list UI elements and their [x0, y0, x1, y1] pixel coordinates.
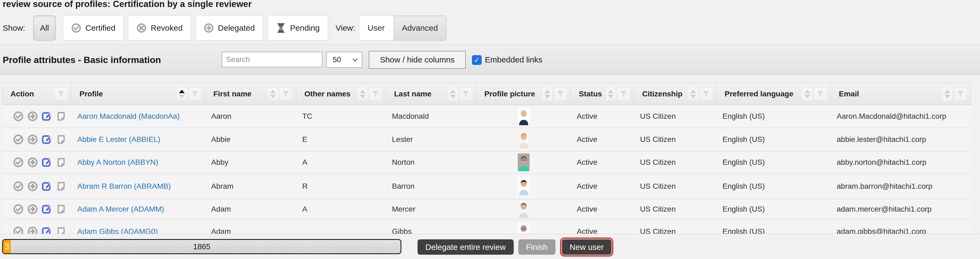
column-header-profile-picture[interactable]: Profile picture	[476, 83, 571, 105]
sort-toggle-icon[interactable]	[448, 87, 458, 100]
edit-icon[interactable]	[41, 111, 52, 122]
column-header-profile[interactable]: Profile	[72, 83, 205, 105]
filter-funnel-icon[interactable]	[189, 88, 201, 100]
certify-icon[interactable]	[13, 181, 24, 192]
citizenship-cell: US Citizen	[634, 151, 716, 173]
avatar	[518, 154, 530, 171]
note-icon[interactable]	[56, 157, 67, 168]
profile-link[interactable]: Adam A Mercer (ADAMM)	[77, 205, 164, 213]
filter-funnel-icon[interactable]	[815, 88, 826, 100]
certify-icon[interactable]	[13, 204, 24, 215]
filter-funnel-icon[interactable]	[369, 88, 382, 100]
embedded-links-checkbox[interactable]	[472, 55, 482, 65]
filter-funnel-icon[interactable]	[618, 88, 630, 100]
column-label: Preferred language	[725, 90, 793, 98]
filter-certified-button[interactable]: Certified	[63, 15, 124, 41]
column-header-other-names[interactable]: Other names	[296, 83, 386, 105]
note-icon[interactable]	[56, 181, 67, 192]
delegate-icon[interactable]	[27, 111, 38, 122]
column-header-first-name[interactable]: First name	[205, 83, 296, 105]
sort-toggle-icon[interactable]	[177, 87, 187, 100]
certify-icon[interactable]	[13, 134, 24, 145]
column-label: Profile picture	[484, 90, 535, 98]
column-header-action[interactable]: Action	[2, 83, 72, 105]
sort-toggle-icon[interactable]	[268, 87, 278, 100]
filter-all-button[interactable]: All	[33, 15, 56, 41]
show-hide-columns-button[interactable]: Show / hide columns	[369, 51, 466, 69]
profile-link[interactable]: Abby A Norton (ABBYN)	[77, 158, 158, 167]
filter-funnel-icon[interactable]	[700, 88, 712, 100]
language-value: English (US)	[722, 205, 765, 213]
note-icon[interactable]	[56, 134, 67, 145]
filter-revoked-button[interactable]: Revoked	[128, 15, 191, 41]
sort-toggle-icon[interactable]	[358, 87, 368, 100]
citizenship-cell: US Citizen	[634, 105, 716, 128]
certify-icon[interactable]	[13, 111, 24, 122]
progress-done-segment: 3	[3, 240, 11, 253]
show-label: Show:	[3, 24, 25, 33]
filter-bar: Show: AllCertifiedRevokedDelegatedPendin…	[0, 13, 447, 43]
first-value: Abby	[211, 158, 228, 167]
edit-icon[interactable]	[41, 134, 52, 145]
column-header-last-name[interactable]: Last name	[386, 83, 476, 105]
delegate-icon[interactable]	[27, 157, 38, 168]
sort-toggle-icon[interactable]	[943, 87, 952, 100]
finish-button[interactable]: Finish	[518, 239, 555, 255]
delegate-icon[interactable]	[27, 134, 38, 145]
edit-icon[interactable]	[41, 181, 52, 192]
sort-toggle-icon[interactable]	[542, 87, 552, 100]
chevron-down-icon	[352, 56, 358, 63]
delegate-entire-review-button[interactable]: Delegate entire review	[418, 239, 514, 255]
footer-buttons: Delegate entire reviewFinishNew user	[418, 239, 611, 255]
filter-funnel-icon[interactable]	[55, 88, 67, 100]
footer-bar: 1865 3 Delegate entire reviewFinishNew u…	[0, 234, 980, 259]
delegate-icon[interactable]	[27, 181, 38, 192]
language-value: English (US)	[722, 112, 765, 121]
first-value: Abbie	[211, 135, 231, 144]
column-header-citizenship[interactable]: Citizenship	[634, 83, 716, 105]
profile-link[interactable]: Abbie E Lester (ABBIEL)	[77, 135, 160, 144]
filter-pending-button[interactable]: Pending	[267, 15, 328, 41]
certify-icon[interactable]	[13, 157, 24, 168]
language-cell: English (US)	[716, 105, 831, 128]
table-row: Aaron Macdonald (MacdonAa) Aaron TC Macd…	[2, 105, 971, 128]
search-input[interactable]	[222, 52, 323, 67]
note-icon[interactable]	[56, 204, 67, 215]
page-title: review source of profiles: Certification…	[3, 0, 251, 9]
edit-icon[interactable]	[41, 204, 52, 215]
view-advanced-button[interactable]: Advanced	[393, 16, 446, 40]
check-circle-icon	[71, 23, 81, 33]
page-size-select[interactable]: 50	[326, 52, 362, 68]
avatar	[518, 178, 530, 195]
column-label: Other names	[304, 90, 350, 98]
note-icon[interactable]	[56, 111, 67, 122]
sort-toggle-icon[interactable]	[606, 87, 616, 100]
delegate-icon[interactable]	[27, 204, 38, 215]
last-value: Mercer	[392, 205, 415, 213]
status-cell: Active	[571, 151, 634, 173]
language-value: English (US)	[722, 135, 765, 144]
filter-funnel-icon[interactable]	[554, 88, 566, 100]
column-header-status[interactable]: Status	[571, 83, 634, 105]
column-label: Citizenship	[642, 90, 682, 98]
filter-delegated-button[interactable]: Delegated	[195, 15, 263, 41]
filter-funnel-icon[interactable]	[280, 88, 292, 100]
action-cell	[2, 105, 72, 128]
edit-icon[interactable]	[41, 157, 52, 168]
view-user-button[interactable]: User	[359, 16, 393, 40]
profile-link[interactable]: Abram R Barron (ABRAMB)	[77, 182, 171, 191]
sort-toggle-icon[interactable]	[802, 87, 812, 100]
new-user-button[interactable]: New user	[562, 239, 612, 255]
status-cell: Active	[571, 128, 634, 151]
filter-funnel-icon[interactable]	[460, 88, 472, 100]
column-header-email[interactable]: Email	[831, 83, 971, 105]
profile-link[interactable]: Aaron Macdonald (MacdonAa)	[77, 112, 180, 121]
filter-funnel-icon[interactable]	[955, 88, 966, 100]
avatar	[518, 200, 530, 218]
last-value: Lester	[392, 135, 413, 144]
email-value: abby.norton@hitachi1.corp	[837, 158, 926, 167]
other-value: A	[302, 205, 307, 213]
other-cell: R	[296, 174, 386, 199]
sort-toggle-icon[interactable]	[688, 87, 698, 100]
column-header-preferred-language[interactable]: Preferred language	[716, 83, 831, 105]
